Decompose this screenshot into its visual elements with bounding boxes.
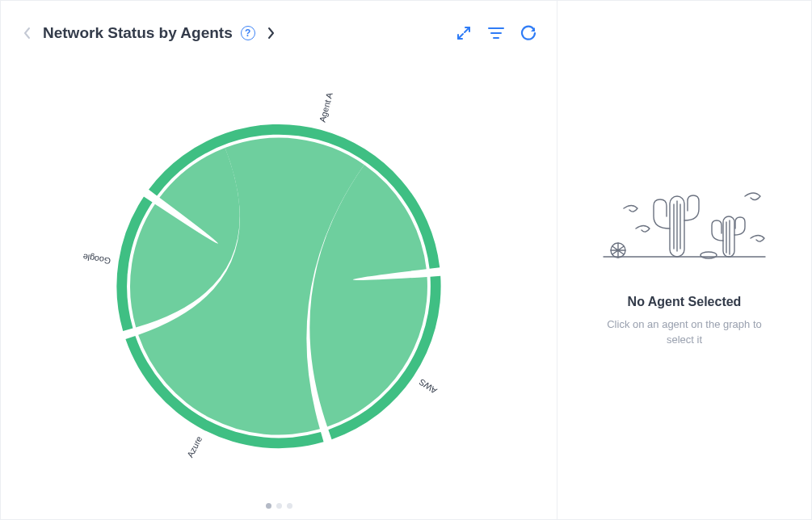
nav-forward-button[interactable] <box>263 26 278 40</box>
empty-state-illustration <box>595 172 773 272</box>
help-icon[interactable]: ? <box>241 26 255 40</box>
refresh-icon[interactable] <box>520 24 537 42</box>
filter-icon[interactable] <box>487 24 505 42</box>
pager-dot[interactable] <box>276 503 282 509</box>
pager <box>1 492 557 519</box>
detail-sidebar: No Agent Selected Click on an agent on t… <box>557 1 811 519</box>
svg-point-12 <box>701 252 717 258</box>
chord-node-label: Google <box>82 252 111 266</box>
expand-icon[interactable] <box>455 24 473 42</box>
chord-node-label: Agent A <box>318 90 335 123</box>
empty-state-subtitle: Click on an agent on the graph to select… <box>604 317 765 348</box>
chord-svg: Agent AAWSAzureGoogle <box>1 49 557 492</box>
svg-rect-9 <box>723 216 734 257</box>
nav-back-button[interactable] <box>20 26 35 40</box>
empty-state-title: No Agent Selected <box>628 295 742 309</box>
pager-dot[interactable] <box>266 503 271 509</box>
panel-header: Network Status by Agents ? <box>1 1 557 49</box>
chord-node-label: Azure <box>185 434 204 459</box>
chord-node-label: AWS <box>417 377 439 396</box>
page-title: Network Status by Agents <box>43 24 233 42</box>
pager-dot[interactable] <box>287 503 292 509</box>
main-panel: Network Status by Agents ? <box>1 1 557 519</box>
chord-chart[interactable]: Agent AAWSAzureGoogle <box>1 49 557 492</box>
